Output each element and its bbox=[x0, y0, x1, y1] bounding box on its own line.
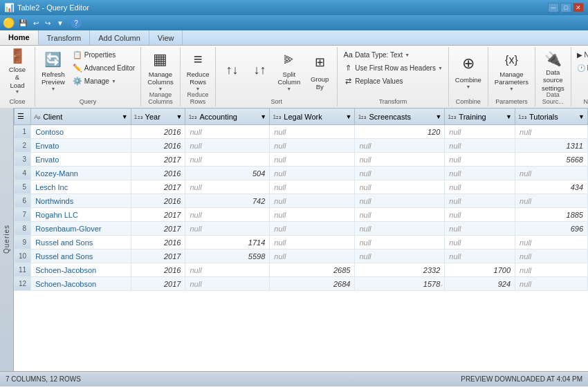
year-cell: 2016 bbox=[131, 194, 185, 208]
legal-cell: null bbox=[270, 125, 355, 139]
legal-filter-button[interactable]: ▼ bbox=[345, 113, 351, 120]
qa-dropdown-button[interactable]: ▼ bbox=[55, 19, 66, 28]
row-number-cell: 5 bbox=[15, 180, 31, 194]
parameters-content: {x} ManageParameters ▼ bbox=[491, 48, 532, 105]
sort-asc-button[interactable]: ↑↓ bbox=[219, 48, 245, 94]
client-cell[interactable]: Schoen-Jacobson bbox=[31, 277, 131, 291]
reduce-rows-button[interactable]: ≡ ReduceRows ▼ bbox=[183, 48, 213, 94]
replace-values-button[interactable]: ⇄ Replace Values bbox=[340, 75, 445, 87]
row-number-cell: 6 bbox=[15, 194, 31, 208]
refresh-preview-button[interactable]: 🔄 RefreshPreview ▼ bbox=[38, 48, 68, 94]
row-number-cell: 4 bbox=[15, 167, 31, 180]
screencasts-cell: null bbox=[355, 236, 445, 249]
table-row: 9Russel and Sons20161714nullnullnullnull bbox=[15, 236, 588, 249]
minimize-button[interactable]: ─ bbox=[548, 3, 559, 12]
ribbon-group-parameters: {x} ManageParameters ▼ Parameters bbox=[488, 47, 535, 106]
data-type-button[interactable]: Aa Data Type: Text ▼ bbox=[340, 48, 445, 61]
replace-values-label: Replace Values bbox=[355, 77, 403, 85]
screencasts-cell: null bbox=[355, 180, 445, 194]
legal-cell: null bbox=[270, 194, 355, 208]
training-filter-button[interactable]: ▼ bbox=[506, 113, 512, 120]
training-cell: null bbox=[445, 139, 515, 153]
maximize-button[interactable]: □ bbox=[560, 3, 571, 12]
client-cell[interactable]: Rogahn LLC bbox=[31, 208, 131, 222]
split-column-button[interactable]: ⫸ SplitColumn ▼ bbox=[274, 48, 304, 94]
qa-save-button[interactable]: 💾 bbox=[17, 19, 29, 28]
ribbon-group-combine: ⊕ Combine ▼ Combine bbox=[449, 47, 488, 106]
row-number-cell: 7 bbox=[15, 208, 31, 222]
parameters-arrow: ▼ bbox=[509, 86, 514, 92]
split-column-icon: ⫸ bbox=[278, 50, 300, 69]
close-load-arrow: ▼ bbox=[15, 89, 20, 95]
tab-transform[interactable]: Transform bbox=[39, 30, 91, 45]
qa-undo-button[interactable]: ↩ bbox=[31, 19, 41, 28]
combine-button[interactable]: ⊕ Combine ▼ bbox=[452, 48, 485, 94]
status-right: PREVIEW DOWNLOADED AT 4:04 PM bbox=[461, 375, 582, 383]
ribbon-group-sort: ↑↓ ↓↑ ⫸ SplitColumn ▼ ⊞ GroupBy Sort bbox=[216, 47, 338, 106]
client-filter-button[interactable]: ▼ bbox=[122, 113, 128, 120]
tutorials-cell: null bbox=[515, 125, 588, 139]
th-accounting: 1₂₃ Accounting ▼ bbox=[185, 108, 270, 125]
client-cell[interactable]: Kozey-Mann bbox=[31, 167, 131, 180]
manage-parameters-button[interactable]: {x} ManageParameters ▼ bbox=[491, 48, 532, 94]
queries-panel[interactable]: Queries bbox=[0, 108, 14, 371]
year-cell: 2017 bbox=[131, 249, 185, 263]
year-filter-button[interactable]: ▼ bbox=[176, 113, 183, 120]
datasource-icon: 🔌 bbox=[542, 50, 564, 67]
manage-columns-button[interactable]: ▦ ManageColumns ▼ bbox=[144, 48, 177, 94]
parameters-icon: {x} bbox=[500, 50, 522, 69]
query-small-btns: 📋 Properties ✏️ Advanced Editor ⚙️ Manag… bbox=[70, 48, 138, 97]
client-cell[interactable]: Russel and Sons bbox=[31, 249, 131, 263]
year-cell: 2017 bbox=[131, 208, 185, 222]
sort-desc-button[interactable]: ↓↑ bbox=[246, 48, 273, 94]
client-cell[interactable]: Lesch Inc bbox=[31, 180, 131, 194]
table-row: 5Lesch Inc2017nullnullnullnull434 bbox=[15, 180, 588, 194]
combine-arrow: ▼ bbox=[466, 84, 470, 90]
tutorials-cell: null bbox=[515, 194, 588, 208]
year-cell: 2017 bbox=[131, 153, 185, 167]
first-row-headers-button[interactable]: ⇑ Use First Row as Headers ▼ bbox=[340, 62, 445, 74]
qa-redo-button[interactable]: ↪ bbox=[43, 19, 53, 28]
tab-home[interactable]: Home bbox=[0, 30, 39, 45]
properties-button[interactable]: 📋 Properties bbox=[70, 48, 138, 61]
accounting-filter-button[interactable]: ▼ bbox=[260, 113, 266, 120]
tutorials-cell: 1311 bbox=[515, 139, 588, 153]
new-source-button[interactable]: ▶ New So... bbox=[574, 48, 588, 61]
sort-group-content: ↑↓ ↓↑ ⫸ SplitColumn ▼ ⊞ GroupBy bbox=[219, 48, 334, 105]
th-legal-work: 1₂₃ Legal Work ▼ bbox=[270, 108, 355, 125]
manage-arrow: ▼ bbox=[111, 79, 116, 84]
close-load-button[interactable]: 🚪 Close &Load ▼ bbox=[3, 48, 32, 94]
client-cell[interactable]: Russel and Sons bbox=[31, 236, 131, 249]
group-by-button[interactable]: ⊞ GroupBy bbox=[305, 48, 334, 94]
client-cell[interactable]: Envato bbox=[31, 139, 131, 153]
table-header-row: ☰ Aᵦ Client ▼ 1₂₃ Year bbox=[15, 108, 588, 125]
legal-cell: null bbox=[270, 180, 355, 194]
client-cell[interactable]: Schoen-Jacobson bbox=[31, 263, 131, 277]
client-cell[interactable]: Northwinds bbox=[31, 194, 131, 208]
tab-view[interactable]: View bbox=[149, 30, 183, 45]
help-button[interactable]: ? bbox=[71, 17, 82, 28]
client-cell[interactable]: Contoso bbox=[31, 125, 131, 139]
training-cell: null bbox=[445, 153, 515, 167]
query-group-label: Query bbox=[35, 98, 140, 105]
accounting-cell: 5598 bbox=[185, 249, 270, 263]
th-screencasts: 1₂₃ Screencasts ▼ bbox=[355, 108, 445, 125]
advanced-editor-button[interactable]: ✏️ Advanced Editor bbox=[70, 62, 138, 74]
recent-sources-button[interactable]: 🕐 Recent... bbox=[574, 62, 588, 74]
table-row: 11Schoen-Jacobson2016null268523321700nul… bbox=[15, 263, 588, 277]
manage-button[interactable]: ⚙️ Manage ▼ bbox=[70, 75, 138, 87]
row-number-cell: 1 bbox=[15, 125, 31, 139]
client-cell[interactable]: Rosenbaum-Glover bbox=[31, 222, 131, 236]
new-source-label: ▶ New So... bbox=[577, 51, 588, 59]
tutorials-filter-button[interactable]: ▼ bbox=[578, 113, 585, 120]
status-bar: 7 COLUMNS, 12 ROWS PREVIEW DOWNLOADED AT… bbox=[0, 371, 588, 386]
accounting-cell: null bbox=[185, 263, 270, 277]
close-button[interactable]: ✕ bbox=[573, 3, 584, 12]
datasource-settings-button[interactable]: 🔌 Data sourcesettings bbox=[538, 48, 568, 94]
split-column-label: SplitColumn bbox=[277, 70, 300, 86]
tab-add-column[interactable]: Add Column bbox=[90, 30, 149, 45]
screencasts-cell: null bbox=[355, 249, 445, 263]
legal-cell: null bbox=[270, 139, 355, 153]
client-cell[interactable]: Envato bbox=[31, 153, 131, 167]
screencasts-filter-button[interactable]: ▼ bbox=[435, 113, 441, 120]
